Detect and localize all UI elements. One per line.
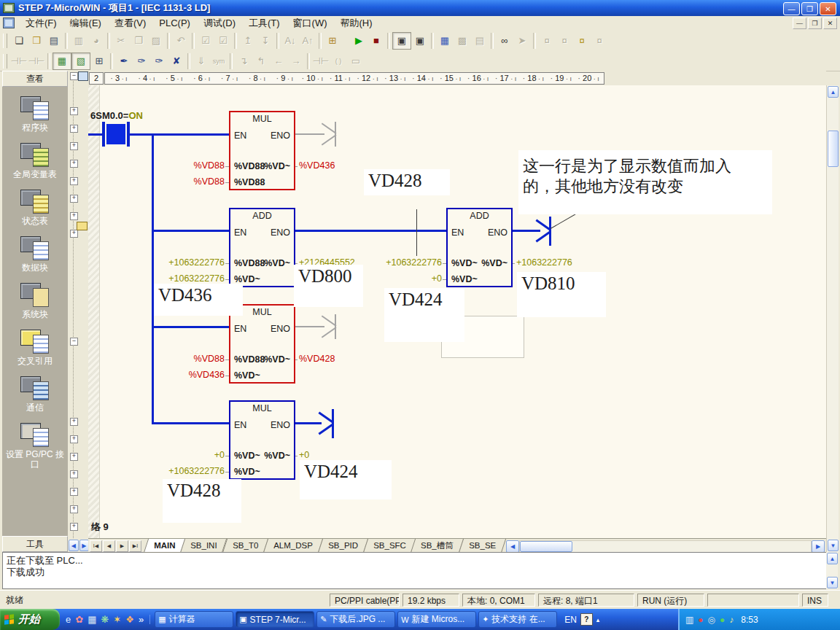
- force-dropdown-button[interactable]: ¤: [573, 33, 591, 49]
- close-button[interactable]: ✕: [820, 2, 836, 15]
- tree-expander-plus[interactable]: +: [70, 160, 78, 168]
- task-step7[interactable]: ▣ STEP 7-Micr...: [236, 611, 314, 628]
- mdi-restore-button[interactable]: ❐: [808, 18, 822, 29]
- minimize-button[interactable]: —: [783, 2, 800, 15]
- instruction-box[interactable]: ADD EN ENO %VD~ %VD~ %VD~: [446, 208, 513, 287]
- instruction-tree-strip[interactable]: − ++++++++ − +++++++: [68, 71, 89, 538]
- tree-expander-plus[interactable]: +: [70, 230, 78, 238]
- ladder-block-mul-1[interactable]: %VD88 %VD88 %VD436 MUL EN ENO %VD88 %VD~…: [156, 111, 382, 192]
- clear-bookmarks-button[interactable]: ✘: [168, 53, 185, 69]
- menu-item[interactable]: 查看(V): [108, 17, 152, 29]
- symbolic-addressing-button[interactable]: sym: [210, 53, 228, 69]
- mdi-close-button[interactable]: ✕: [823, 18, 837, 29]
- tree-expander-plus[interactable]: +: [70, 523, 78, 531]
- run-button[interactable]: ▶: [350, 33, 368, 49]
- tree-expander-plus[interactable]: +: [70, 470, 78, 478]
- menu-item[interactable]: 工具(T): [242, 17, 287, 29]
- toggle-bookmark-button[interactable]: ✒: [115, 53, 133, 69]
- pou-tab[interactable]: SB_槽筒: [411, 539, 464, 553]
- quick-launch-ie-icon[interactable]: e: [66, 615, 71, 624]
- quick-launch-more-chevron[interactable]: »: [139, 615, 144, 624]
- tree-expander-plus[interactable]: +: [70, 453, 78, 461]
- paste-button[interactable]: ▨: [147, 33, 165, 49]
- language-indicator[interactable]: EN: [564, 615, 577, 625]
- apply-symbols-button[interactable]: ⇓: [192, 53, 210, 69]
- chart-status-pause-button[interactable]: ▩: [454, 33, 471, 49]
- print-button[interactable]: ▥: [70, 33, 88, 49]
- cut-button[interactable]: ✂: [112, 33, 130, 49]
- instruction-box[interactable]: MUL EN ENO %VD~ %VD~ %VD~: [229, 400, 295, 480]
- sidebar-item-system-block[interactable]: 系统块: [6, 282, 64, 319]
- pou-tab[interactable]: SB_PID: [318, 539, 368, 553]
- toolbar-gripper[interactable]: [3, 54, 7, 69]
- scroll-up-button[interactable]: ▲: [827, 553, 838, 564]
- tab-scroll-button[interactable]: ◀: [103, 540, 115, 552]
- print-preview-button[interactable]: ◕: [88, 33, 105, 49]
- tree-expander-plus[interactable]: +: [70, 488, 78, 496]
- quick-launch-star-icon[interactable]: ✶: [113, 615, 121, 624]
- copy-button[interactable]: ❐: [130, 33, 147, 49]
- hidden-icons-arrow[interactable]: ▴: [596, 616, 600, 623]
- previous-bookmark-button[interactable]: ✑: [150, 53, 168, 69]
- instruction-box[interactable]: ADD EN ENO %VD88 %VD~ %VD~: [229, 208, 295, 287]
- network-comments-toggle-button[interactable]: ▧: [71, 52, 90, 70]
- tray-network-icon[interactable]: ▥: [685, 615, 693, 624]
- title-bar[interactable]: STEP 7-Micro/WIN - 项目1 - [IEC 1131-3 LD]…: [0, 0, 840, 16]
- task-tech-support[interactable]: ✦ 技术支持 在...: [478, 611, 557, 628]
- tab-scroll-button[interactable]: I◀: [90, 540, 102, 552]
- scroll-down-button[interactable]: ▼: [828, 540, 839, 551]
- menu-item[interactable]: PLC(P): [152, 17, 197, 29]
- scroll-up-button[interactable]: ▲: [828, 86, 839, 98]
- insert-contact-button[interactable]: ⊣⊢: [312, 53, 330, 69]
- quick-launch-windows-icon[interactable]: ❖: [125, 615, 134, 624]
- save-button[interactable]: ▤: [45, 33, 63, 49]
- tree-expander-plus[interactable]: +: [70, 177, 78, 185]
- tree-scroll-left-button[interactable]: ◀: [69, 540, 79, 551]
- navbar-tools-footer-button[interactable]: 工具: [2, 536, 68, 552]
- mdi-minimize-button[interactable]: —: [793, 18, 806, 29]
- line-right-button[interactable]: →: [287, 53, 305, 69]
- bookmark-view-button[interactable]: ∞: [496, 33, 513, 49]
- program-status-button[interactable]: ▣: [392, 32, 411, 50]
- line-up-button[interactable]: ↰: [252, 53, 270, 69]
- sidebar-item-status-chart[interactable]: 状态表: [6, 189, 64, 226]
- stop-button[interactable]: ■: [368, 33, 385, 49]
- quick-launch-media-icon[interactable]: ✿: [75, 615, 83, 624]
- pou-tab[interactable]: SB_T0: [222, 539, 268, 553]
- read-all-forced-button[interactable]: ¤: [591, 33, 608, 49]
- navbar-view-header-button[interactable]: 查看: [2, 71, 68, 87]
- menu-item[interactable]: 帮助(H): [334, 17, 379, 29]
- compile-all-button[interactable]: ☑: [214, 33, 232, 49]
- force-pointer-button[interactable]: ➤: [513, 33, 531, 49]
- single-read-button[interactable]: ▤: [471, 33, 489, 49]
- line-left-button[interactable]: ←: [270, 53, 287, 69]
- ladder-editor-canvas[interactable]: 6SM0.0=ON %VD88 %VD88 %VD436 MUL EN ENO …: [88, 85, 826, 538]
- tree-expander-plus[interactable]: +: [70, 195, 78, 203]
- chart-status-button[interactable]: ▦: [436, 33, 454, 49]
- pou-tab[interactable]: SB_SE: [459, 539, 506, 553]
- menu-item[interactable]: 文件(F): [19, 17, 63, 29]
- download-button[interactable]: ↧: [257, 33, 274, 49]
- scroll-down-button[interactable]: ▼: [827, 577, 838, 588]
- sidebar-item-global-variable-table[interactable]: 全局变量表: [6, 142, 64, 179]
- menu-item[interactable]: 窗口(W): [287, 17, 334, 29]
- vertical-scrollbar-thumb[interactable]: [828, 131, 839, 167]
- sidebar-item-set-pg-pc-interface[interactable]: 设置 PG/PC 接口: [6, 422, 64, 470]
- restore-button[interactable]: ❐: [801, 2, 818, 15]
- keyboard-help-icon[interactable]: ?: [580, 613, 593, 626]
- output-window[interactable]: 正在下载至 PLC... 下载成功: [2, 552, 826, 589]
- tab-scroll-button[interactable]: ▶: [116, 540, 128, 552]
- start-button[interactable]: 开始: [0, 609, 60, 630]
- tray-globe-icon[interactable]: ◎: [708, 615, 715, 624]
- open-button[interactable]: ❒: [28, 33, 45, 49]
- options-button[interactable]: ⊞: [324, 33, 341, 49]
- tree-expander-minus[interactable]: −: [70, 338, 78, 346]
- instruction-box[interactable]: MUL EN ENO %VD88 %VD~ %VD88: [229, 111, 295, 190]
- tree-expander-plus[interactable]: +: [70, 142, 78, 150]
- tree-expander-plus[interactable]: +: [70, 125, 78, 133]
- tree-root-expander[interactable]: −: [70, 72, 78, 80]
- sidebar-item-cross-reference[interactable]: 交叉引用: [6, 329, 64, 366]
- undo-button[interactable]: ↶: [172, 33, 190, 49]
- pou-tab[interactable]: MAIN: [144, 539, 186, 553]
- pou-tab[interactable]: ALM_DSP: [263, 539, 323, 553]
